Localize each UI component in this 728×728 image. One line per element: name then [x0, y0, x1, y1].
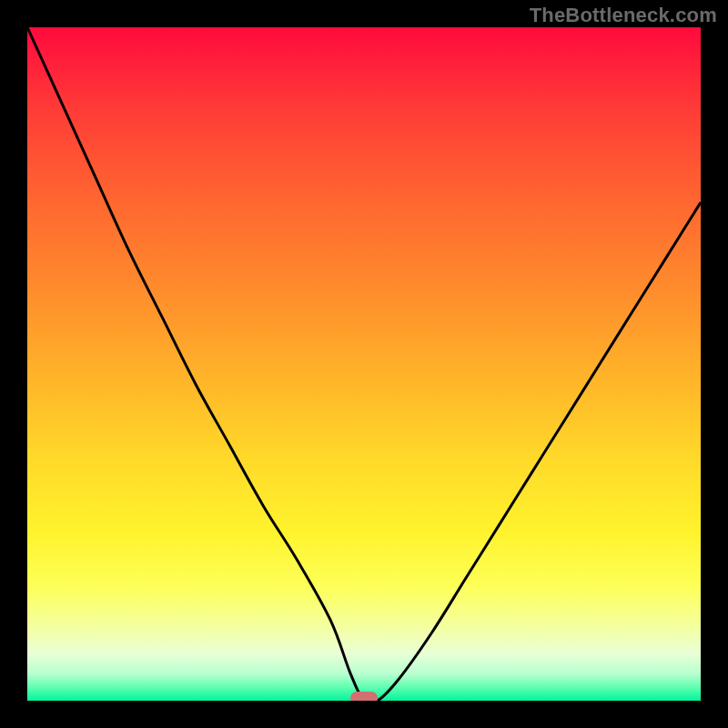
chart-frame: TheBottleneck.com [0, 0, 728, 728]
bottleneck-curve [27, 27, 701, 701]
watermark-text: TheBottleneck.com [530, 4, 717, 27]
minimum-marker [350, 692, 378, 701]
curve-path [27, 27, 701, 701]
plot-area [27, 27, 701, 701]
